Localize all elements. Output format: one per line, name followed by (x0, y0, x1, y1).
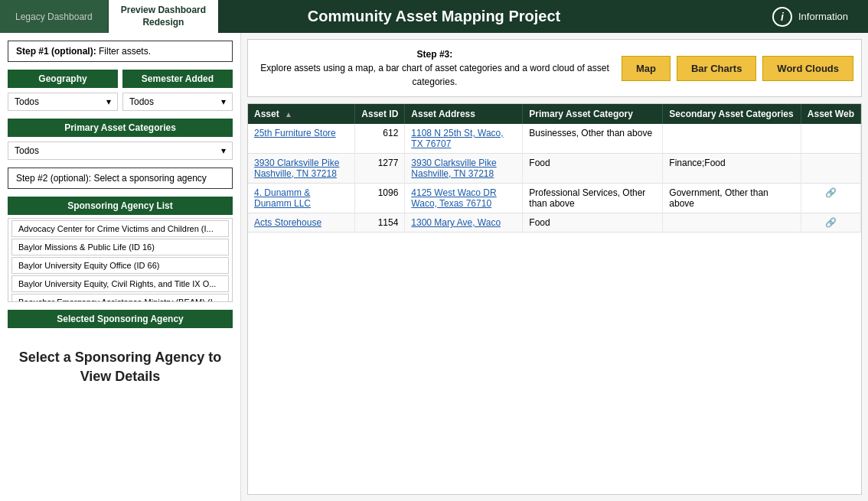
step2-label: Step #2 (optional): (16, 173, 91, 184)
cell-secondary-cat (663, 213, 801, 233)
cell-asset[interactable]: 4. Dunamm & Dunamm LLC (248, 184, 355, 213)
info-button[interactable]: i Information (772, 7, 860, 27)
table-row: 25th Furniture Store 612 1108 N 25th St,… (248, 124, 861, 154)
primary-cat-header: Primary Asset Categories (8, 119, 233, 137)
cell-web (801, 124, 860, 154)
cell-web[interactable]: 🔗 (801, 213, 860, 233)
cell-asset-id: 1154 (355, 213, 405, 233)
col-asset-id: Asset ID (355, 104, 405, 124)
step1-box: Step #1 (optional): Filter assets. (8, 41, 233, 62)
cell-address[interactable]: 1300 Mary Ave, Waco (405, 213, 523, 233)
cell-primary-cat: Food (523, 154, 663, 184)
cell-asset[interactable]: Acts Storehouse (248, 213, 355, 233)
viz-buttons: Map Bar Charts Word Clouds (622, 56, 853, 81)
list-item[interactable]: Baylor University Equity Office (ID 66) (11, 257, 229, 274)
cell-address[interactable]: 3930 Clarksville Pike Nashville, TN 3721… (405, 154, 523, 184)
filter-row-labels: Geography Semester Added (8, 70, 233, 88)
word-clouds-button[interactable]: Word Clouds (762, 56, 853, 81)
semester-label: Semester Added (122, 70, 233, 88)
selected-agency-text: Select a Sponsoring Agency to View Detai… (8, 333, 233, 402)
step2-box: Step #2 (optional): Select a sponsoring … (8, 168, 233, 189)
map-button[interactable]: Map (622, 56, 671, 81)
step3-title: Step #3: (417, 49, 453, 60)
cell-secondary-cat: Finance;Food (663, 154, 801, 184)
cell-asset-id: 612 (355, 124, 405, 154)
col-asset: Asset ▲ (248, 104, 355, 124)
header-tabs: Legacy Dashboard Preview Dashboard Redes… (0, 0, 218, 33)
col-primary-cat: Primary Asset Category (523, 104, 663, 124)
cell-primary-cat: Businesses, Other than above (523, 124, 663, 154)
cell-asset[interactable]: 3930 Clarksville Pike Nashville, TN 3721… (248, 154, 355, 184)
col-web: Asset Web (801, 104, 860, 124)
list-item[interactable]: Advocacy Center for Crime Victims and Ch… (11, 220, 229, 237)
cell-secondary-cat: Government, Other than above (663, 184, 801, 213)
app-header: Legacy Dashboard Preview Dashboard Redes… (0, 0, 868, 33)
asset-table: Asset ▲ Asset ID Asset Address Primary A… (248, 104, 861, 233)
geography-chevron-icon: ▾ (106, 96, 111, 107)
info-icon: i (772, 7, 792, 27)
asset-table-container: Asset ▲ Asset ID Asset Address Primary A… (247, 103, 862, 495)
tab-legacy[interactable]: Legacy Dashboard (0, 0, 109, 33)
list-item[interactable]: Baylor Missions & Public Life (ID 16) (11, 239, 229, 255)
cell-asset[interactable]: 25th Furniture Store (248, 124, 355, 154)
step1-label: Step #1 (optional): (16, 46, 96, 57)
cell-address[interactable]: 4125 West Waco DR Waco, Texas 76710 (405, 184, 523, 213)
semester-value: Todos (129, 96, 154, 107)
cell-web[interactable]: 🔗 (801, 184, 860, 213)
table-row: 3930 Clarksville Pike Nashville, TN 3721… (248, 154, 861, 184)
primary-cat-chevron-icon: ▾ (221, 145, 226, 156)
sort-icon: ▲ (285, 110, 292, 119)
table-row: 4. Dunamm & Dunamm LLC 1096 4125 West Wa… (248, 184, 861, 213)
cell-asset-id: 1096 (355, 184, 405, 213)
cell-asset-id: 1277 (355, 154, 405, 184)
list-item[interactable]: Baylor University Equity, Civil Rights, … (11, 275, 229, 292)
step2-text: Select a sponsoring agency (93, 173, 206, 184)
main-content: Step #1 (optional): Filter assets. Geogr… (0, 33, 868, 501)
table-header-row: Asset ▲ Asset ID Asset Address Primary A… (248, 104, 861, 124)
col-address: Asset Address (405, 104, 523, 124)
table-row: Acts Storehouse 1154 1300 Mary Ave, Waco… (248, 213, 861, 233)
cell-address[interactable]: 1108 N 25th St, Waco, TX 76707 (405, 124, 523, 154)
geography-dropdown[interactable]: Todos ▾ (8, 93, 118, 111)
semester-dropdown[interactable]: Todos ▾ (122, 93, 233, 111)
cell-secondary-cat (663, 124, 801, 154)
filter-dropdowns: Todos ▾ Todos ▾ (8, 93, 233, 111)
agency-list[interactable]: Advocacy Center for Crime Victims and Ch… (8, 218, 233, 302)
step3-description: Step #3: Explore assets using a map, a b… (256, 47, 614, 89)
left-panel: Step #1 (optional): Filter assets. Geogr… (0, 33, 241, 501)
tab-preview[interactable]: Preview Dashboard Redesign (109, 0, 218, 33)
cell-primary-cat: Food (523, 213, 663, 233)
bar-charts-button[interactable]: Bar Charts (677, 56, 756, 81)
primary-cat-value: Todos (15, 145, 39, 156)
list-item[interactable]: Beaucher Emergency Assistance Ministry (… (11, 294, 229, 302)
selected-agency-header: Selected Sponsoring Agency (8, 310, 233, 328)
sponsoring-list-header: Sponsoring Agency List (8, 197, 233, 215)
semester-chevron-icon: ▾ (221, 96, 226, 107)
cell-primary-cat: Professional Services, Other than above (523, 184, 663, 213)
right-panel: Step #3: Explore assets using a map, a b… (241, 33, 868, 501)
primary-cat-dropdown[interactable]: Todos ▾ (8, 142, 233, 160)
info-label: Information (798, 11, 848, 22)
geography-label: Geography (8, 70, 118, 88)
page-title: Community Asset Mapping Project (308, 8, 560, 25)
col-secondary-cat: Secondary Asset Categories (663, 104, 801, 124)
cell-web (801, 154, 860, 184)
step3-text: Explore assets using a map, a bar chart … (260, 63, 609, 87)
geography-value: Todos (15, 96, 39, 107)
step3-area: Step #3: Explore assets using a map, a b… (247, 39, 862, 97)
step1-text: Filter assets. (99, 46, 151, 57)
